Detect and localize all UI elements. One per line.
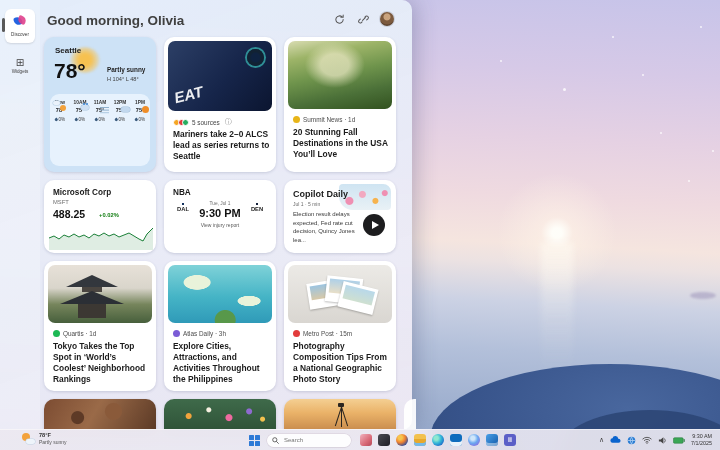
clock-date: 7/1/2025 — [691, 440, 712, 447]
news-card-philippines[interactable]: Atlas Daily · 3h Explore Cities, Attract… — [164, 261, 276, 391]
battery-icon[interactable] — [673, 437, 685, 444]
sidebar-item-label: Discover — [5, 32, 35, 37]
sun-reflection — [541, 242, 573, 372]
copilot-daily-summary: Election result delays expected, Fed rat… — [293, 210, 359, 245]
app-notepad[interactable] — [378, 434, 390, 446]
hour-temp: 75° — [91, 107, 110, 113]
article-image-valley — [288, 41, 392, 109]
pagoda-illustration — [60, 291, 124, 304]
search-input[interactable] — [282, 436, 338, 444]
attribution-text: Atlas Daily · 3h — [183, 330, 226, 337]
attribution-text: Summit News · 1d — [303, 116, 355, 123]
info-icon[interactable]: ⓘ — [225, 117, 232, 127]
hour-precip: 0% — [91, 117, 110, 122]
hour-label: 1PM — [131, 100, 150, 105]
news-card-partial-1[interactable] — [44, 399, 156, 430]
weather-high-low: H 104° L 48° — [107, 76, 139, 82]
panel-actions — [332, 12, 394, 26]
injury-report-link[interactable]: View injury report — [164, 222, 276, 228]
stock-symbol: MSFT — [53, 199, 69, 205]
hourly-forecast: Now 78° 0% 10AM 75° 0% 11AM 75° 0% — [50, 94, 150, 166]
onedrive-icon[interactable] — [610, 436, 621, 444]
avatar[interactable] — [380, 12, 394, 26]
sparkle — [660, 132, 662, 134]
app-file-explorer[interactable] — [414, 434, 426, 446]
article-image-islands — [168, 265, 272, 323]
taskbar-weather-temp: 78°F — [39, 432, 67, 439]
nba-game-card[interactable]: NBA DAL Tue, Jul 1 9:30 PM View injury r… — [164, 180, 276, 253]
quartis-icon — [53, 330, 60, 337]
stock-card-msft[interactable]: Microsoft Corp MSFT 488.25 +0.02% — [44, 180, 156, 253]
weather-card[interactable]: Seattle 78° Partly sunny H 104° L 48° No… — [44, 37, 156, 172]
taskbar-weather-widget[interactable]: 78°F Partly sunny — [22, 432, 67, 445]
sources-row: 5 sources ⓘ — [173, 117, 232, 127]
source-pills — [173, 119, 189, 126]
hour-precip: 0% — [71, 117, 90, 122]
app-edge[interactable] — [432, 434, 444, 446]
globe-icon[interactable] — [627, 436, 636, 445]
search-icon — [272, 437, 279, 444]
stock-price: 488.25 — [53, 208, 85, 220]
droplet-icon — [74, 118, 78, 122]
hour-label: 12PM — [111, 100, 130, 105]
copilot-daily-card[interactable]: Copilot Daily Jul 1 · 5 min Election res… — [284, 180, 396, 253]
hour-precip: 0% — [111, 117, 130, 122]
hour-precip: 0% — [51, 117, 70, 122]
screen: Discover ⊞ Widgets Good morning, Olivia … — [0, 0, 720, 450]
app-photos[interactable] — [360, 434, 372, 446]
sources-label: 5 sources — [192, 119, 220, 126]
article-image-photos — [288, 265, 392, 323]
news-card-mariners[interactable]: EAT 5 sources ⓘ Mariners take 2–0 ALCS l… — [164, 37, 276, 172]
hour-column: 10AM 75° 0% — [71, 100, 90, 166]
sidebar-item-widgets[interactable]: ⊞ Widgets — [5, 56, 35, 74]
sparkle — [500, 60, 502, 62]
hour-column: 1PM 75° 0% — [131, 100, 150, 166]
attribution-text: Quartis · 1d — [63, 330, 96, 337]
tray-chevron-up-icon[interactable]: ∧ — [599, 436, 604, 444]
taskbar-clock[interactable]: 9:30 AM 7/1/2025 — [691, 433, 712, 447]
attribution: Atlas Daily · 3h — [173, 330, 226, 337]
article-image-jersey: EAT — [168, 41, 272, 111]
play-button[interactable] — [363, 214, 385, 236]
weather-icon — [22, 433, 35, 444]
stock-sparkline — [49, 224, 153, 250]
league-label: NBA — [173, 188, 191, 197]
article-headline: Photography Composition Tips From a Nati… — [293, 341, 391, 385]
link-button[interactable] — [356, 12, 370, 26]
start-button[interactable] — [246, 432, 262, 448]
app-firefox[interactable] — [396, 434, 408, 446]
weather-condition: Partly sunny — [107, 66, 145, 73]
news-card-partial-3[interactable] — [284, 399, 396, 430]
refresh-icon — [334, 14, 345, 25]
article-headline: Explore Cities, Attractions, and Activit… — [173, 341, 271, 385]
mariners-logo-icon — [247, 49, 264, 66]
refresh-button[interactable] — [332, 12, 346, 26]
attribution: Summit News · 1d — [293, 116, 355, 123]
widgets-grid-icon: ⊞ — [5, 58, 35, 68]
news-card-partial-2[interactable] — [164, 399, 276, 430]
taskbar-weather-condition: Partly sunny — [39, 439, 67, 445]
source-dot — [182, 119, 189, 126]
droplet-icon — [54, 118, 58, 122]
app-copilot[interactable] — [468, 434, 480, 446]
app-teams[interactable]: ii — [504, 434, 516, 446]
sparkle — [688, 180, 690, 182]
hour-column: 12PM 75° 0% — [111, 100, 130, 166]
news-card-photography[interactable]: Metro Post · 15m Photography Composition… — [284, 261, 396, 391]
app-outlook[interactable] — [486, 434, 498, 446]
taskbar-apps: ii — [360, 434, 516, 446]
taskbar-search[interactable] — [267, 434, 351, 447]
app-store[interactable] — [450, 434, 462, 446]
droplet-icon — [94, 118, 98, 122]
wifi-icon[interactable] — [642, 436, 652, 444]
tripod-illustration — [334, 403, 348, 427]
link-icon — [358, 14, 369, 25]
clock-time: 9:30 AM — [692, 433, 712, 440]
news-card-tokyo[interactable]: Quartis · 1d Tokyo Takes the Top Spot in… — [44, 261, 156, 391]
news-card-fall-destinations[interactable]: Summit News · 1d 20 Stunning Fall Destin… — [284, 37, 396, 172]
copilot-daily-title: Copilot Daily — [293, 189, 348, 199]
volume-icon[interactable] — [658, 436, 667, 445]
attribution-text: Metro Post · 15m — [303, 330, 352, 337]
summit-news-icon — [293, 116, 300, 123]
sidebar-item-discover[interactable]: Discover — [5, 9, 35, 43]
